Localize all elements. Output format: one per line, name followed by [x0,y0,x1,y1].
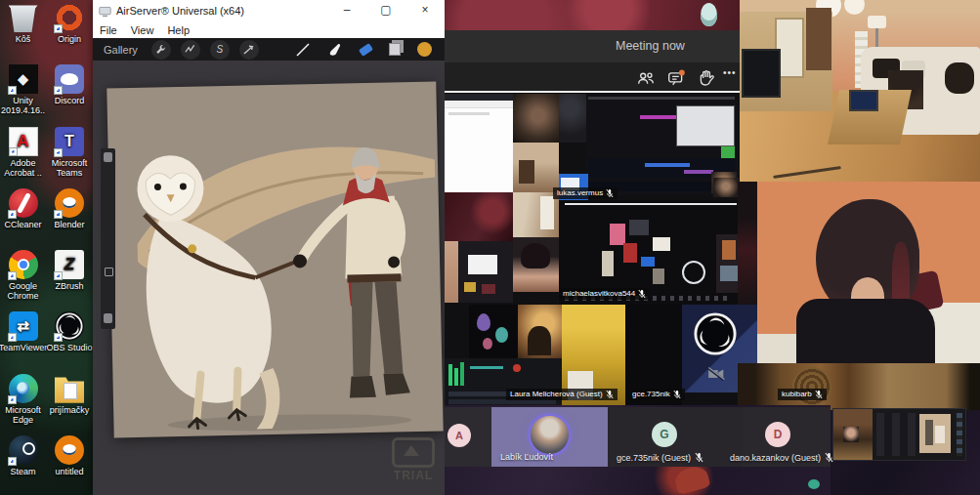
brush-tool-icon[interactable] [327,42,343,58]
desktop-icon-steam[interactable]: Steam [0,435,46,495]
mic-muted-icon [695,452,703,463]
desk-webcam-tile[interactable] [518,305,562,358]
maximize-button[interactable]: ▢ [366,0,405,21]
desktop-icon-blender[interactable]: Blender [46,188,93,250]
skin-tone-tile[interactable] [445,241,458,303]
desktop-icon-acrobat[interactable]: Adobe Acrobat .. [0,127,46,188]
living-room-webcam-tile[interactable] [740,0,980,182]
drawing-toolbar: Gallery S [93,38,445,61]
webcam-tile[interactable] [513,94,559,143]
dark-edge-tile[interactable] [738,182,757,305]
speaker-avatar-photo [531,416,569,454]
icon-label: Kôš [16,34,31,44]
shortcut-arrow-badge [54,210,63,219]
s-curve-tool-button[interactable]: S [210,40,230,60]
canvas-zoom-slider[interactable] [101,148,115,329]
game-bird-character [701,3,717,26]
participant-name: gce.735nik (Guest) [617,453,691,463]
person-webcam-tile[interactable] [513,237,559,292]
participants-icon[interactable] [637,69,655,87]
mic-muted-icon [606,390,614,399]
door-shape [540,196,554,229]
desktop-icon-untitled[interactable]: untitled [46,435,93,495]
desktop-icon-zbrush[interactable]: ZBrush [46,250,93,311]
participant-name: gce.735nik [632,389,670,400]
desktop-icon-recycle-bin[interactable]: Kôš [0,3,46,64]
chat-icon[interactable] [667,69,685,87]
minimize-button[interactable]: – [327,0,366,21]
eraser-tool-icon[interactable] [359,42,373,56]
participant-name-label: michaelasvitkova544 [559,288,650,300]
butterfly-art-tile[interactable] [469,305,518,358]
icon-label: Microsoft Edge [0,405,46,425]
menu-view[interactable]: View [124,24,161,36]
screen: Kôš Origin Unity 2019.4.16.. Discord Ado… [0,0,980,495]
desktop-icon-unity[interactable]: Unity 2019.4.16.. [0,64,46,126]
teams-icon [55,127,84,156]
slider-handle-top[interactable] [104,152,112,162]
griffin-and-man-artwork [107,82,443,438]
participant-name-label: gce.735nik [628,389,685,400]
desktop-icon-edge[interactable]: Microsoft Edge [0,374,46,435]
cursor-arrow-icon [243,44,254,55]
mini-art [720,266,738,281]
gallery-button[interactable]: Gallery [93,44,147,56]
room-webcam-tile[interactable] [513,143,559,192]
dark-thumb-tile[interactable] [559,94,586,143]
wrench-tool-button[interactable] [151,40,171,60]
pages-icon[interactable] [389,43,401,56]
mini-dots-column [957,413,962,456]
ccleaner-icon [9,188,38,218]
mini-griffin [935,426,945,443]
paint-tools-group [295,42,445,58]
desktop-icon-ccleaner[interactable]: CCleaner [0,188,46,250]
thumb-red [482,284,495,294]
mic-muted-icon [825,452,833,463]
person-sitting [945,62,974,94]
menu-help[interactable]: Help [160,24,196,36]
cursor-tool-button[interactable] [239,40,259,60]
zbrush-icon [55,250,84,279]
desktop-icon-discord[interactable]: Discord [46,64,93,126]
collage-dark-tile[interactable] [458,241,513,303]
tiny-webcam-tile[interactable] [713,178,739,197]
mini-photo [602,251,614,276]
color-swatch[interactable] [417,42,432,57]
meter-bar [460,362,464,386]
participant-name: lukas.vermus [557,187,603,199]
browser-titlebar [445,94,513,101]
raise-hand-icon[interactable] [698,69,715,87]
more-options-icon[interactable]: ••• [723,67,737,78]
menu-file[interactable]: File [93,24,124,36]
dark-tile[interactable] [445,303,469,358]
mini-photo [653,268,664,284]
screenshare-preview-thumb[interactable] [832,408,966,461]
desktop-icon-origin[interactable]: Origin [46,3,93,64]
close-button[interactable]: × [405,0,445,21]
origin-icon [55,3,84,32]
desktop-icon-chrome[interactable]: Google Chrome [0,250,46,311]
window-title: AirServer® Universal (x64) [116,5,327,17]
room-webcam-tile[interactable] [513,192,559,237]
audio-editor-tile[interactable] [445,358,562,410]
mini-face [843,427,859,442]
page-text-line [448,112,490,115]
woman-webcam-tile[interactable] [757,182,980,363]
zigzag-tool-button[interactable] [181,40,200,60]
icon-label: Origin [58,34,81,44]
desktop-icon-teamviewer[interactable]: TeamViewer [0,311,46,373]
screenshare-browser-tile[interactable] [445,94,513,195]
line-tool-icon[interactable] [295,42,311,58]
edge-icon [9,374,38,403]
folder-icon [55,374,84,403]
editor-menu-strip [588,97,735,100]
desktop-icon-teams[interactable]: Microsoft Teams [46,127,93,188]
red-art-tile[interactable] [445,192,513,241]
slider-handle-bottom[interactable] [104,313,112,323]
desktop-icon-obs[interactable]: OBS Studio [46,311,93,373]
desktop-icon-folder[interactable]: prijímačky [46,374,93,435]
basket-webcam-strip[interactable] [738,363,980,410]
mini-photo [610,224,625,245]
dark-door [806,8,831,70]
avatar-initial: A [447,424,471,447]
